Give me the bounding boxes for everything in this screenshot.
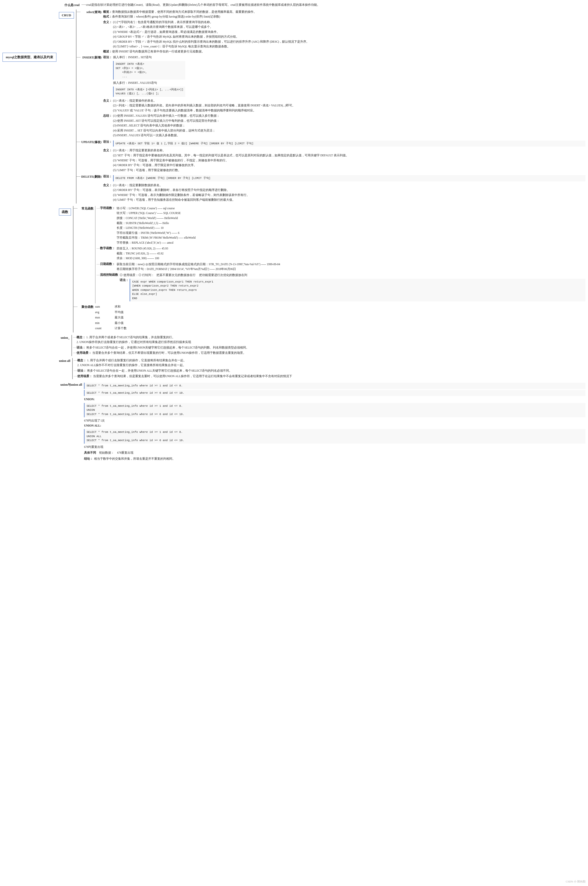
common-funcs-label: 常见函数 xyxy=(78,206,95,211)
delete-meanings: (1) <表名>：指定要删除数据的表名。 (2) 'ORDER BY' 子句：可… xyxy=(113,183,249,203)
insert-syntax-label: 语法： xyxy=(103,55,113,60)
agg-count-name: count xyxy=(95,326,112,331)
select-overview: 概览：查询数据指从数据库中根据需要，使用不同的查询方式来获取不同的数据，是使用频… xyxy=(103,9,585,15)
conclusion-label: 结论： xyxy=(84,456,94,462)
num-func-2: 截取：TRUNC (45.926, 2) ------- 45.92 xyxy=(117,251,585,256)
union-vs-all-label: union与union all xyxy=(59,382,84,387)
union-all-usage-text: 当需要合并多个查询结果，但是重复去重时，可以使用UNION ALL操作符，它适用… xyxy=(93,375,292,378)
insert-single-code: INSERT INTO <表名>SET <列1> = <值1>, <列名2> =… xyxy=(113,61,186,80)
string-funcs-content: 转小写：LOWER ('SQL Course') ----- sql cours… xyxy=(117,206,585,245)
insert-note-4: (4)·采用 INSERT ... SET 语句可以向表中插入部分列的值，这种方… xyxy=(113,128,220,133)
update-meanings: (1) <表名>：用于指定要更新的表名称。 (2) 'SET' 子句：用于指定表… xyxy=(113,148,349,173)
init-data-label: 初始数据： xyxy=(99,450,114,456)
date-funcs-label: 日期函数： xyxy=(100,262,117,266)
delete-label: DELETE(删除) xyxy=(81,174,103,179)
union-all-usage: 使用场景： 当需要合并多个查询结果，但是重复去重时，可以使用UNION ALL操… xyxy=(77,374,585,379)
union-result: 678均出现了1次 xyxy=(84,418,585,423)
select-meanings: (1) ['*'|字段列名']：包含星号通配符的字段列表，表示所要查询字段的名称… xyxy=(113,20,309,49)
delete-meaning-2: (2) 'ORDER BY' 子句：可选项，表示删除时，表各行将按照子句中指定的… xyxy=(113,188,249,193)
union-header: UNION: xyxy=(84,397,585,402)
insert-meanings: (1) <表名>：指定要操作的表名。 (2) <列名>：指定需要插入数据的列名。… xyxy=(113,98,295,113)
crud-label: CRUD xyxy=(59,12,74,18)
delete-meaning-label: 含义： xyxy=(103,183,113,188)
insert-meaning-3: (3) 'VALUES' 或 'VALUE' 子句：该子句包含要插入的数据清单，… xyxy=(113,108,295,113)
string-funcs-label: 字符函数： xyxy=(100,206,117,210)
str-func-6: 字符出现索引值：INSTR ('HelloWorld','W') ------ … xyxy=(117,230,585,236)
select-label: select(查询) xyxy=(81,9,103,14)
insert-section: INSERT(新增) 语法： 插入单行：INSERT... SET语句 INSE… xyxy=(76,55,585,138)
common-funcs-section: 常见函数 字符函数： 转小写：LOWER ( xyxy=(74,206,585,303)
select-section: select(查询) 概览：查询数据指从数据库中根据需要，使用不同的查询方式来获… xyxy=(76,9,585,54)
insert-note-1: (1)·使用 INSERT...VALUES 语句可以向表中插入一行数据，也可以… xyxy=(113,113,220,119)
str-func-5: 长度：LENGTH ('HelloWorld') ----- 10 xyxy=(117,226,585,230)
main-tree: 什么是crud crud是指在软计算处理的它进行创建(Create)、读取(Re… xyxy=(59,3,585,461)
page-container: mysql之数据类型、建表以及约束 什么是crud crud是指在软计算处理的它… xyxy=(3,3,585,461)
insert-notes-label: 总结： xyxy=(103,113,113,119)
select-summary: 格式：条件查询加行限：where(条件) group by分组 having(筛… xyxy=(103,14,585,19)
str-func-4: 截取：SUBSTR ('HelloWorld',1,5) --- Hello xyxy=(117,221,585,226)
insert-note-2: (2)·使用 INSERT...SET 语句可以指定插入行中每列的值，也可以指定… xyxy=(113,119,220,123)
what-is-crud-content: crud是指在软计算处理的它进行创建(Create)、读取(Read)、更新(U… xyxy=(86,3,585,8)
flow-ctrl-content: ◎ 使用场景：◎ 行转列： 把某不重要次元的数据放在行 把功能需要进行次优化的数… xyxy=(120,273,585,302)
number-funcs-label: 数字函数： xyxy=(100,246,117,250)
agg-max-name: max xyxy=(95,315,112,320)
union-all-concept: 概念： 1. 用于合并两个或行去除重复行的操作，它直接将所有结果集合并在一起。 … xyxy=(77,358,585,368)
select-meaning-1: (1) ['*'|字段列名']：包含星号通配符的字段列表，表示所要查询字段的名称… xyxy=(113,20,309,25)
union-all-syntax-text: 将多个SELECT语句合在一起，并使用UNION ALL关键字将它们连接起来，每… xyxy=(87,369,232,372)
union-all-header: UNION ALL: xyxy=(84,423,585,428)
agg-min-desc: 最小值 xyxy=(115,321,124,326)
agg-avg-name: avg xyxy=(95,310,112,315)
select-meaning-4: (4) 'GROUP BY < 字段 >'：语子句告诉 MySQL 如何将查询出… xyxy=(113,35,309,39)
str-func-2: 转大写：UPPER ('SQL Course') '------ SQL COU… xyxy=(117,211,585,216)
common-funcs-content: 常见函数 字符函数： 转小写：LOWER ( xyxy=(78,206,585,303)
agg-count: count 计算个数 xyxy=(95,326,585,331)
update-meaning-2: (2) 'SET' 子句：用于指定表中要修改的列名及其列值。其中，每一指定的列值… xyxy=(113,153,349,158)
agg-sum-name: sum xyxy=(95,304,112,309)
update-content: UPDATE(修改) 语法： UPDATE <表名> SET 字段 1= 值 1… xyxy=(81,140,585,173)
aggregate-label: 聚合函数 xyxy=(78,304,95,309)
date-func-2: 将日期转换字符子句：DATE_FORMAT ( '2004/10/14', '%… xyxy=(117,267,585,272)
num-func-3: 求余：MOD (1600, 300) ------- 100 xyxy=(117,256,585,261)
union-all-example-code: SELECT * from t_oa_meeting_info where id… xyxy=(84,429,585,444)
insert-multi-label: 插入多行：INSERT...VALUES语句 xyxy=(113,81,186,86)
union-all-concept-2: 2. UNION ALL操作不不对行去除重复行的操作，它直接将所有结果集合并在一… xyxy=(77,364,186,367)
date-funcs-section: 日期函数： 获取当前日期：now() ◎ 按照日期格式的字符转换成指定格式的日期… xyxy=(100,262,585,272)
agg-min-name: min xyxy=(95,321,112,326)
select-meaning-label: 含义： xyxy=(103,20,113,25)
agg-count-desc: 计算个数 xyxy=(115,326,127,331)
insert-meaning-2: (2) <列名>：指定需要插入数据的列名。若向表中的所有列插入数据，则全部的列名… xyxy=(113,103,295,108)
aggregate-content: 聚合函数 sum 求和 avg 平均值 xyxy=(78,304,585,331)
conclusion-text: 相当于数学中的交集和并集，所请去重是开不重复的列相同。 xyxy=(94,456,175,462)
flow-ctrl-syntax-label: 语法： xyxy=(120,278,130,283)
insert-notes: (1)·使用 INSERT...VALUES 语句可以向表中插入一行数据，也可以… xyxy=(113,113,220,138)
main-title: mysql之数据类型、建表以及约束 xyxy=(3,53,56,62)
select-meaning-5: (5) 'ORDER BY < 字段 >'：语子句告诉 MySQL 找什么时的排… xyxy=(113,39,309,44)
union-concept-2: 2. UNION操作符执行去除重复行的操作，它通过对所有结果集进行排序然后扫描来… xyxy=(76,340,191,343)
example-code-2: SELECT * from t_oa_meeting_info where id… xyxy=(84,390,585,396)
union-all-result: 678均重复出现 xyxy=(84,445,585,450)
update-syntax-label: 语法： xyxy=(103,140,113,144)
insert-single-label: 插入单行：INSERT... SET语句 xyxy=(113,55,186,60)
update-meaning-label: 含义： xyxy=(103,148,113,153)
num-func-1: 四舍五入：ROUND (45.926, 2) ----- 45.93 xyxy=(117,246,585,251)
union-concept-1: 1. 用于合并两个或者多个SELECT语句的结果集，并去除重复的行。 xyxy=(86,336,175,339)
update-meaning-3: (3) 'WHERE' 子句：可选项，用于限定表中被修改的行，不指定，则修改表中… xyxy=(113,158,349,163)
flow-ctrl-syntax-code: CASE expr WHEN comparison_expr1 THEN ret… xyxy=(130,279,585,302)
flow-ctrl-label: 流程控制函数 xyxy=(100,273,120,277)
delete-meaning-4: (4) 'LIMIT' 子句：可选项，用于告知服务器在控制命令被返回到客户端前被… xyxy=(113,197,249,203)
union-syntax-text: 将多个SELECT语句合在一起，并使用UNION关键字将它们连接起来，每个SEL… xyxy=(86,346,249,349)
insert-content: INSERT(新增) 语法： 插入单行：INSERT... SET语句 INSE… xyxy=(81,55,585,138)
delete-syntax-code: DELETE FROM <表名> [WHERE 子句] [ORDER BY 子句… xyxy=(113,175,585,181)
insert-meaning-1: (1) <表名>：指定要操作的表名。 xyxy=(113,98,295,103)
update-syntax-code: UPDATE <表名> SET 字段 1= 值 1 [,字段 2 = 值2] [… xyxy=(113,140,585,147)
flow-ctrl-usage: ◎ 使用场景：◎ 行转列： 把某不重要次元的数据放在行 把功能需要进行次优化的数… xyxy=(120,273,585,278)
number-funcs-content: 四舍五入：ROUND (45.926, 2) ----- 45.93 截取：TR… xyxy=(117,246,585,261)
delete-content: DELETE(删除) 语法： DELETE FROM <表名> [WHERE 子… xyxy=(81,174,585,203)
select-meaning-2: (2) <表1>，<表2>，...<表1格表示查询两个数据库来源，可以是哪个或多… xyxy=(113,25,309,30)
insert-note-3: (3)·INSERT...SELECT 语句向表中插入其他表中的数据； xyxy=(113,123,220,128)
update-meaning-4: (4) 'ORDER BY' 子句：可选项，用于限定表中行被修改的次序。 xyxy=(113,163,349,168)
select-content: select(查询) 概览：查询数据指从数据库中根据需要，使用不同的查询方式来获… xyxy=(81,9,585,54)
example-code-1: SELECT * from t_oa_meeting_info where id… xyxy=(84,383,585,389)
aggregate-funcs-content: sum 求和 avg 平均值 max 最大值 xyxy=(95,304,585,331)
union-concept: 概念： 1. 用于合并两个或者多个SELECT语句的结果集，并去除重复的行。 2… xyxy=(76,335,585,345)
